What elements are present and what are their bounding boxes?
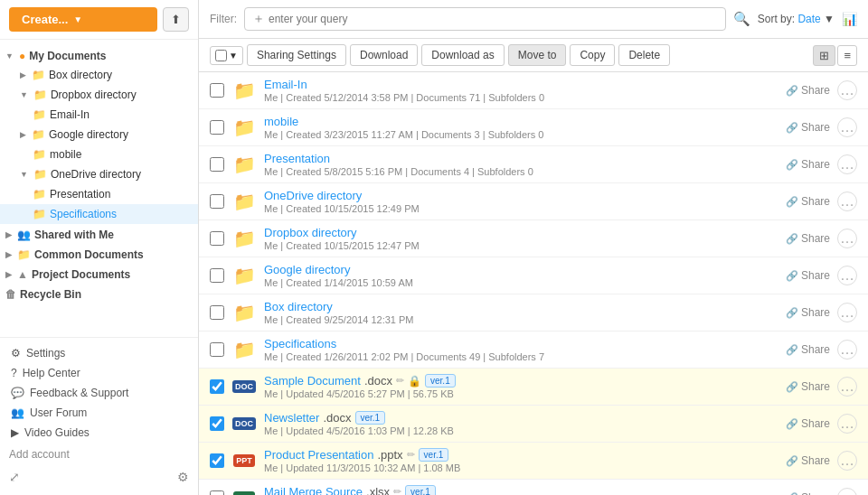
folder-name-link[interactable]: Google directory [264,263,350,276]
sidebar-item-project-documents[interactable]: ▶ ▲ Project Documents [0,264,198,284]
sidebar-item-video-guides[interactable]: ▶ Video Guides [0,423,198,443]
sidebar-item-box-directory[interactable]: ▶ 📁 Box directory [0,65,198,85]
folder-name-link[interactable]: Presentation [264,152,330,165]
more-options-button[interactable]: … [837,414,857,434]
sidebar-item-email-in[interactable]: 📁 Email-In [0,105,198,125]
share-icon: 🔗 [786,233,798,245]
sidebar-item-mobile[interactable]: 📁 mobile [0,145,198,164]
add-account-label[interactable]: Add account [0,443,198,464]
sidebar-item-presentation[interactable]: 📁 Presentation [0,184,198,204]
folder-icon: 📁 [33,148,46,161]
file-checkbox[interactable] [210,120,224,135]
more-options-button[interactable]: … [837,266,857,285]
upload-button[interactable]: ⬆ [163,7,189,32]
sidebar-item-feedback-support[interactable]: 💬 Feedback & Support [0,383,198,403]
list-view-button[interactable]: ≡ [837,45,857,66]
file-icon: 📁 [231,226,257,251]
share-button[interactable]: 🔗 Share [786,491,830,495]
folder-name-link[interactable]: mobile [264,115,298,128]
file-meta: Me | Created 10/15/2015 12:49 PM [264,203,778,214]
sidebar-item-my-documents[interactable]: ▼ ● My Documents [0,45,198,65]
share-button[interactable]: 🔗 Share [786,232,830,245]
sidebar-item-specifications[interactable]: 📁 Specifications [0,204,198,224]
more-options-button[interactable]: … [837,80,857,100]
share-button[interactable]: 🔗 Share [786,121,830,134]
share-button[interactable]: 🔗 Share [786,269,830,282]
file-checkbox[interactable] [210,83,224,98]
file-checkbox[interactable] [210,194,224,209]
more-options-button[interactable]: … [837,117,857,137]
video-guides-label: Video Guides [24,426,90,439]
more-options-button[interactable]: … [837,340,857,360]
more-options-button[interactable]: … [837,451,857,471]
add-filter-icon[interactable]: ＋ [252,11,265,27]
expand-icon[interactable]: ⤢ [9,470,20,484]
more-options-button[interactable]: … [837,154,857,174]
folder-name-link[interactable]: OneDrive directory [264,189,362,202]
file-name-link[interactable]: Sample Document [264,374,361,388]
sharing-settings-button[interactable]: Sharing Settings [247,44,346,66]
search-button[interactable]: 🔍 [733,11,750,27]
file-checkbox[interactable] [210,305,224,320]
sidebar-item-google-directory[interactable]: ▶ 📁 Google directory [0,125,198,145]
file-name-link[interactable]: Newsletter [264,411,319,425]
folder-name-link[interactable]: Specifications [264,337,336,350]
copy-button[interactable]: Copy [570,44,615,66]
file-name-link[interactable]: Mail Merge Source [264,485,363,495]
share-button[interactable]: 🔗 Share [786,380,830,393]
download-button[interactable]: Download [350,44,418,66]
file-checkbox[interactable] [210,342,224,357]
file-checkbox[interactable] [210,231,224,246]
download-as-button[interactable]: Download as [421,44,504,66]
file-checkbox[interactable] [210,416,224,431]
more-options-button[interactable]: … [837,377,857,397]
grid-view-button[interactable]: ⊞ [813,45,835,66]
share-button[interactable]: 🔗 Share [786,454,830,467]
more-options-button[interactable]: … [837,303,857,322]
share-button[interactable]: 🔗 Share [786,417,830,430]
select-all-wrap[interactable]: ▼ [210,46,243,65]
select-all-checkbox[interactable] [215,50,227,61]
move-to-button[interactable]: Move to [508,44,567,66]
file-row: 📁 Email-In Me | Created 5/12/2014 3:58 P… [199,72,868,109]
file-meta: Me | Updated 11/3/2015 10:32 AM | 1.08 M… [264,462,778,473]
sidebar-item-user-forum[interactable]: 👥 User Forum [0,403,198,423]
folder-name-link[interactable]: Dropbox directory [264,226,357,239]
sidebar-footer-icon[interactable]: ⚙ [177,470,189,484]
edit-icon: ✏ [393,486,401,495]
share-button[interactable]: 🔗 Share [786,343,830,356]
file-name-link[interactable]: Product Presentation [264,448,373,462]
filter-input-wrap: ＋ [244,7,726,31]
share-button[interactable]: 🔗 Share [786,84,830,97]
sidebar-item-shared-with-me[interactable]: ▶ 👥 Shared with Me [0,224,198,244]
share-button[interactable]: 🔗 Share [786,195,830,208]
sort-value[interactable]: Date [797,13,820,25]
share-button[interactable]: 🔗 Share [786,158,830,171]
sidebar-item-label: Specifications [50,208,117,220]
file-checkbox[interactable] [210,268,224,283]
file-checkbox[interactable] [210,453,224,468]
share-button[interactable]: 🔗 Share [786,306,830,319]
sidebar-item-common-documents[interactable]: ▶ 📁 Common Documents [0,244,198,264]
sidebar-item-dropbox-directory[interactable]: ▼ 📁 Dropbox directory [0,85,198,105]
create-button[interactable]: Create... ▼ [9,7,157,32]
sidebar-item-onedrive-directory[interactable]: ▼ 📁 OneDrive directory [0,164,198,184]
file-checkbox[interactable] [210,379,224,394]
select-dropdown-icon[interactable]: ▼ [229,51,238,61]
file-checkbox[interactable] [210,490,224,495]
more-options-button[interactable]: … [837,191,857,211]
file-row: 📁 Dropbox directory Me | Created 10/15/2… [199,220,868,257]
person-icon: ● [19,50,25,62]
folder-name-link[interactable]: Box directory [264,300,333,313]
sidebar-item-settings[interactable]: ⚙ Settings [0,343,198,363]
sidebar-item-help-center[interactable]: ? Help Center [0,363,198,383]
delete-button[interactable]: Delete [618,44,670,66]
file-checkbox[interactable] [210,157,224,172]
sidebar-item-recycle-bin[interactable]: 🗑 Recycle Bin [0,284,198,304]
sort-direction-icon[interactable]: ▼ [824,13,835,25]
file-row: 📁 Presentation Me | Created 5/8/2015 5:1… [199,146,868,183]
folder-name-link[interactable]: Email-In [264,78,307,91]
more-options-button[interactable]: … [837,229,857,248]
more-options-button[interactable]: … [837,488,857,495]
filter-input[interactable] [269,13,718,25]
